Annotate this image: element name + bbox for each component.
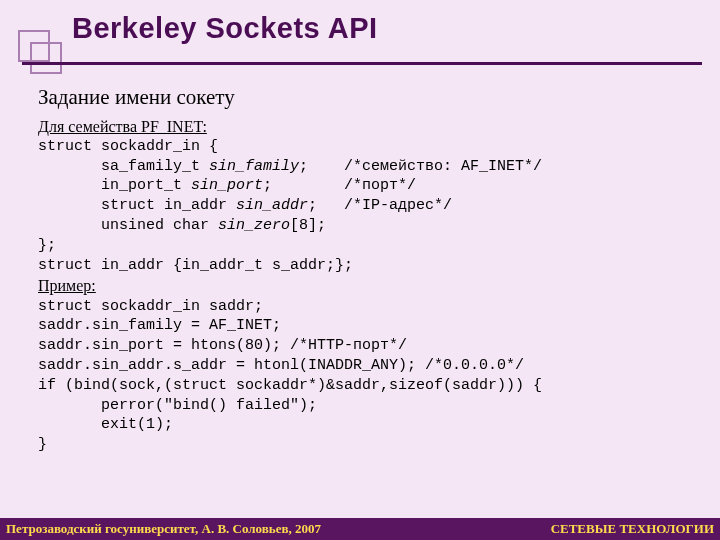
title-underline <box>22 62 702 65</box>
code-line: unsined char <box>38 217 218 234</box>
example-code: struct sockaddr_in saddr; saddr.sin_fami… <box>38 297 698 455</box>
content-area: Задание имени сокету Для семейства PF_IN… <box>38 84 698 455</box>
code-field: sin_port <box>191 177 263 194</box>
code-line: }; <box>38 237 56 254</box>
code-line: saddr.sin_port = htons(80); /*HTTP-порт*… <box>38 337 407 354</box>
code-comment: ; /*IP-адрес*/ <box>308 197 452 214</box>
subtitle: Задание имени сокету <box>38 84 698 112</box>
code-line: struct in_addr <box>38 197 236 214</box>
code-line: [8]; <box>290 217 326 234</box>
code-line: saddr.sin_addr.s_addr = htonl(INADDR_ANY… <box>38 357 524 374</box>
code-line: } <box>38 436 47 453</box>
family-label: Для семейства PF_INET: <box>38 118 207 135</box>
example-label: Пример: <box>38 277 96 294</box>
decorative-squares-icon <box>18 30 62 74</box>
code-comment: ; /*порт*/ <box>263 177 416 194</box>
code-line: struct sockaddr_in { <box>38 138 218 155</box>
code-line: exit(1); <box>38 416 173 433</box>
code-line: struct sockaddr_in saddr; <box>38 298 263 315</box>
code-line: struct in_addr {in_addr_t s_addr;}; <box>38 257 353 274</box>
code-line: if (bind(sock,(struct sockaddr*)&saddr,s… <box>38 377 542 394</box>
code-line: perror("bind() failed"); <box>38 397 317 414</box>
code-line: saddr.sin_family = AF_INET; <box>38 317 281 334</box>
code-line: in_port_t <box>38 177 191 194</box>
struct-definition: struct sockaddr_in { sa_family_t sin_fam… <box>38 137 698 276</box>
code-field: sin_zero <box>218 217 290 234</box>
code-comment: ; /*семейство: AF_INET*/ <box>299 158 542 175</box>
footer-right: СЕТЕВЫЕ ТЕХНОЛОГИИ <box>551 521 714 537</box>
slide: Berkeley Sockets API Задание имени сокет… <box>0 0 720 540</box>
code-field: sin_family <box>209 158 299 175</box>
footer-bar: Петрозаводский госуниверситет, А. В. Сол… <box>0 518 720 540</box>
title-area: Berkeley Sockets API <box>0 0 720 45</box>
slide-title: Berkeley Sockets API <box>72 12 720 45</box>
footer-left: Петрозаводский госуниверситет, А. В. Сол… <box>6 521 321 537</box>
code-line: sa_family_t <box>38 158 209 175</box>
code-field: sin_addr <box>236 197 308 214</box>
